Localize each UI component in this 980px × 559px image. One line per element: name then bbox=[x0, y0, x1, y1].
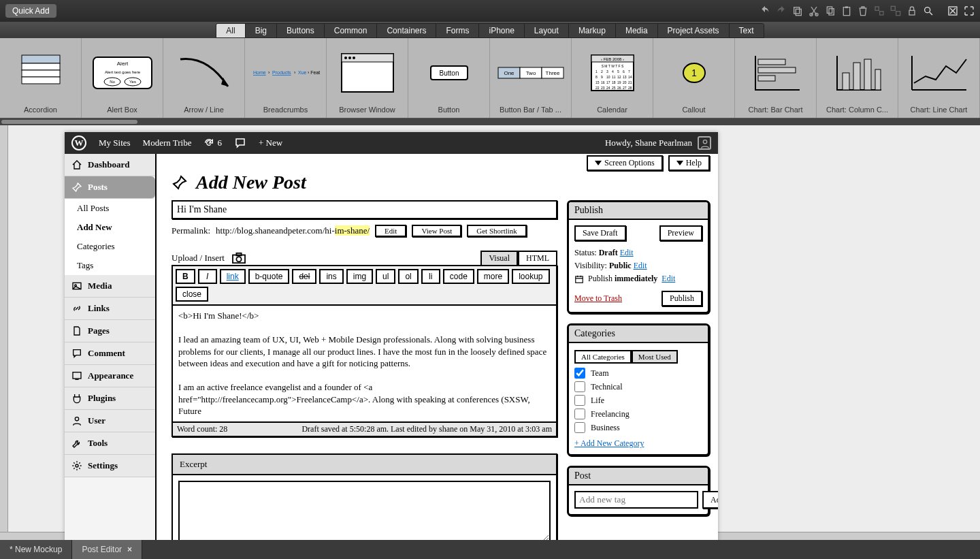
category-option-freelancing[interactable]: Freelancing bbox=[574, 409, 702, 419]
category-tab-iphone[interactable]: iPhone bbox=[479, 24, 524, 37]
sidebar-sub-tags[interactable]: Tags bbox=[65, 256, 155, 275]
comment-bubble-icon[interactable] bbox=[234, 137, 246, 149]
category-checkbox[interactable] bbox=[574, 409, 585, 419]
add-tag-input[interactable] bbox=[574, 491, 698, 509]
tab-html[interactable]: HTML bbox=[518, 251, 557, 265]
editor-btn-lookup[interactable]: lookup bbox=[512, 269, 549, 284]
category-checkbox[interactable] bbox=[574, 381, 585, 392]
update-count[interactable]: 6 bbox=[203, 138, 222, 148]
category-tab-containers[interactable]: Containers bbox=[377, 24, 436, 37]
sidebar-item-tools[interactable]: Tools bbox=[65, 432, 155, 455]
library-item-chart-bar-chart[interactable]: Chart: Bar Chart bbox=[735, 38, 817, 118]
sidebar-sub-categories[interactable]: Categories bbox=[65, 237, 155, 256]
editor-btn-link[interactable]: link bbox=[220, 269, 246, 284]
avatar[interactable] bbox=[698, 136, 711, 150]
undo-icon[interactable] bbox=[760, 5, 770, 16]
excerpt-textarea[interactable] bbox=[178, 481, 551, 540]
group-icon[interactable] bbox=[874, 5, 885, 16]
edit-schedule-link[interactable]: Edit bbox=[662, 274, 675, 284]
category-tab-markup[interactable]: Markup bbox=[569, 24, 616, 37]
category-checkbox[interactable] bbox=[574, 422, 585, 433]
edit-visibility-link[interactable]: Edit bbox=[634, 261, 647, 270]
library-item-browser-window[interactable]: Browser Window bbox=[327, 38, 408, 118]
sidebar-sub-add-new[interactable]: Add New bbox=[65, 218, 155, 237]
copy-icon[interactable] bbox=[825, 5, 836, 16]
new-link[interactable]: + New bbox=[259, 138, 282, 148]
view-post-button[interactable]: View Post bbox=[412, 225, 461, 237]
library-scrollbar[interactable] bbox=[0, 118, 980, 125]
category-tab-text[interactable]: Text bbox=[730, 24, 764, 37]
move-to-trash-link[interactable]: Move to Trash bbox=[574, 293, 622, 304]
duplicate-icon[interactable] bbox=[792, 5, 803, 16]
mockup-frame[interactable]: W My Sites Modern Tribe 6 + New Howdy, S… bbox=[65, 132, 718, 540]
camera-icon[interactable] bbox=[231, 252, 246, 264]
sidebar-item-dashboard[interactable]: Dashboard bbox=[65, 154, 155, 176]
publish-button[interactable]: Publish bbox=[662, 291, 702, 306]
tab-most-used[interactable]: Most Used bbox=[632, 350, 678, 364]
sidebar-item-user[interactable]: User bbox=[65, 410, 155, 432]
library-item-breadcrumbs[interactable]: Home›Products›Xue› FeatureBreadcrumbs bbox=[245, 38, 327, 118]
library-item-chart-column-c-[interactable]: Chart: Column C... bbox=[817, 38, 898, 118]
sidebar-item-plugins[interactable]: Plugins bbox=[65, 387, 155, 410]
library-item-accordion[interactable]: Accordion bbox=[0, 38, 82, 118]
category-tab-forms[interactable]: Forms bbox=[436, 24, 479, 37]
category-tab-project-assets[interactable]: Project Assets bbox=[658, 24, 730, 37]
edit-status-link[interactable]: Edit bbox=[620, 248, 634, 257]
library-item-button-bar-tab-[interactable]: OneTwoThreeButton Bar / Tab ... bbox=[490, 38, 572, 118]
my-sites-link[interactable]: My Sites bbox=[99, 138, 131, 148]
delete-icon[interactable] bbox=[858, 5, 868, 16]
canvas[interactable]: W My Sites Modern Tribe 6 + New Howdy, S… bbox=[0, 125, 980, 540]
library-item-button[interactable]: ButtonButton bbox=[408, 38, 490, 118]
sidebar-item-settings[interactable]: Settings bbox=[65, 455, 155, 477]
wp-logo-icon[interactable]: W bbox=[71, 135, 86, 150]
editor-btn-img[interactable]: img bbox=[346, 269, 373, 284]
category-option-team[interactable]: Team bbox=[574, 368, 702, 379]
category-tab-layout[interactable]: Layout bbox=[525, 24, 569, 37]
sidebar-item-comment[interactable]: Comment bbox=[65, 342, 155, 365]
close-icon[interactable]: × bbox=[127, 545, 132, 554]
tab-visual[interactable]: Visual bbox=[480, 251, 518, 265]
category-checkbox[interactable] bbox=[574, 368, 585, 379]
editor-btn-I[interactable]: I bbox=[198, 269, 217, 284]
markup-toggle-icon[interactable] bbox=[947, 5, 958, 16]
library-item-chart-line-chart[interactable]: Chart: Line Chart bbox=[898, 38, 980, 118]
sidebar-item-appearance[interactable]: Appearance bbox=[65, 365, 155, 387]
preview-button[interactable]: Preview bbox=[659, 225, 702, 241]
library-item-calendar[interactable]: ‹ FEB 2008 ›S M T W T F S123456789101112… bbox=[572, 38, 653, 118]
cut-icon[interactable] bbox=[808, 5, 819, 16]
save-draft-button[interactable]: Save Draft bbox=[574, 225, 626, 241]
editor-btn-bquote[interactable]: b-quote bbox=[248, 269, 290, 284]
editor-btn-ol[interactable]: ol bbox=[398, 269, 418, 284]
get-shortlink-button[interactable]: Get Shortlink bbox=[467, 225, 527, 237]
quick-add-field[interactable]: Quick Add bbox=[5, 4, 56, 18]
add-tag-button[interactable]: Add bbox=[702, 491, 718, 509]
category-tab-common[interactable]: Common bbox=[325, 24, 378, 37]
category-option-technical[interactable]: Technical bbox=[574, 381, 702, 392]
sidebar-item-posts[interactable]: Posts bbox=[65, 176, 155, 199]
lock-icon[interactable] bbox=[906, 5, 917, 16]
category-option-life[interactable]: Life bbox=[574, 395, 702, 406]
editor-btn-del[interactable]: del bbox=[292, 269, 316, 284]
category-tab-big[interactable]: Big bbox=[246, 24, 277, 37]
category-tab-media[interactable]: Media bbox=[616, 24, 658, 37]
redo-icon[interactable] bbox=[776, 5, 787, 16]
category-tab-buttons[interactable]: Buttons bbox=[277, 24, 325, 37]
sidebar-item-media[interactable]: Media bbox=[65, 275, 155, 298]
editor-btn-li[interactable]: li bbox=[421, 269, 440, 284]
library-item-callout[interactable]: 1Callout bbox=[653, 38, 735, 118]
editor-content[interactable]: <b>Hi I'm Shane!</b> I lead an amazing t… bbox=[173, 306, 556, 421]
screen-options-button[interactable]: Screen Options bbox=[587, 155, 663, 171]
paste-icon[interactable] bbox=[841, 5, 852, 16]
editor-btn-B[interactable]: B bbox=[176, 269, 195, 284]
help-button[interactable]: Help bbox=[668, 155, 710, 171]
category-tab-all[interactable]: All bbox=[216, 24, 245, 37]
library-item-arrow-line[interactable]: Arrow / Line bbox=[163, 38, 245, 118]
fullscreen-icon[interactable] bbox=[964, 5, 975, 16]
editor-btn-code[interactable]: code bbox=[443, 269, 474, 284]
editor-btn-ul[interactable]: ul bbox=[376, 269, 395, 284]
sidebar-item-pages[interactable]: Pages bbox=[65, 320, 155, 342]
editor-btn-close[interactable]: close bbox=[176, 287, 208, 302]
edit-permalink-button[interactable]: Edit bbox=[375, 225, 406, 237]
tab-new-mockup[interactable]: * New Mockup bbox=[0, 540, 72, 559]
library-item-alert-box[interactable]: AlertAlert text goes hereNoYesAlert Box bbox=[82, 38, 163, 118]
